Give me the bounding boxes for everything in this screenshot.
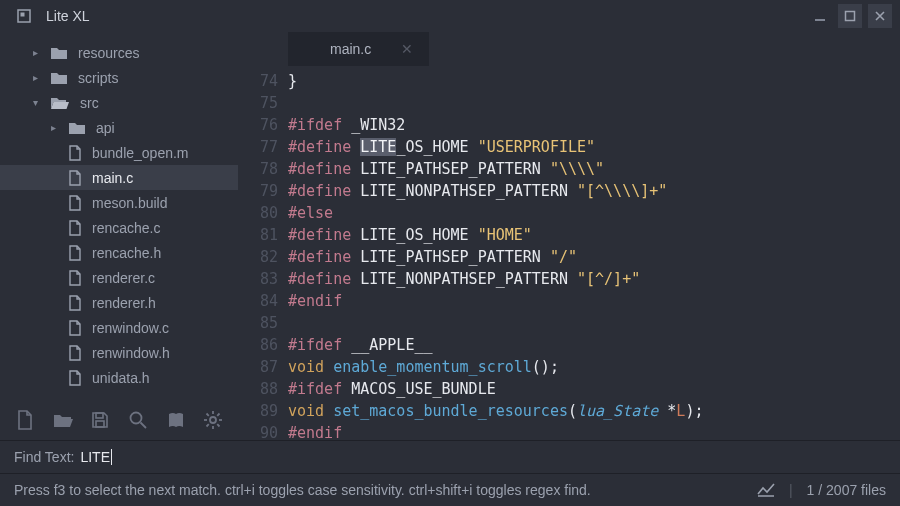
tree-item-label: rencache.c	[92, 220, 160, 236]
code-line: #define LITE_NONPATHSEP_PATTERN "[^/]+"	[288, 268, 900, 290]
line-number: 77	[238, 136, 278, 158]
tree-item-label: src	[80, 95, 99, 111]
line-number: 88	[238, 378, 278, 400]
tree-item-meson-build[interactable]: meson.build	[0, 190, 238, 215]
title-bar: Lite XL	[0, 0, 900, 32]
code-line: #endif	[288, 290, 900, 312]
new-file-icon[interactable]	[14, 409, 36, 431]
tree-item-label: unidata.h	[92, 370, 150, 386]
line-number: 86	[238, 334, 278, 356]
tree-item-label: api	[96, 120, 115, 136]
tree-item-bundle-open-m[interactable]: bundle_open.m	[0, 140, 238, 165]
chevron-icon: ▸	[30, 72, 40, 83]
find-input[interactable]: LITE	[80, 449, 112, 465]
tree-item-label: renderer.h	[92, 295, 156, 311]
find-label: Find Text:	[14, 449, 74, 465]
code-content[interactable]: } #ifdef _WIN32#define LITE_OS_HOME "USE…	[288, 66, 900, 440]
svg-rect-5	[96, 421, 104, 427]
file-icon	[68, 270, 82, 286]
window-title: Lite XL	[46, 8, 90, 24]
code-line: #define LITE_PATHSEP_PATTERN "/"	[288, 246, 900, 268]
file-icon	[68, 170, 82, 186]
find-bar: Find Text: LITE	[0, 440, 900, 473]
file-icon	[68, 145, 82, 161]
line-number: 79	[238, 180, 278, 202]
tree-item-label: meson.build	[92, 195, 168, 211]
code-line: #define LITE_NONPATHSEP_PATTERN "[^\\\\]…	[288, 180, 900, 202]
file-icon	[68, 370, 82, 386]
tree-item-rencache-h[interactable]: rencache.h	[0, 240, 238, 265]
editor-tab-main-c[interactable]: main.c ✕	[288, 32, 429, 66]
editor-tabs: main.c ✕	[238, 32, 900, 66]
line-number: 75	[238, 92, 278, 114]
code-line: #ifdef __APPLE__	[288, 334, 900, 356]
tree-item-label: bundle_open.m	[92, 145, 189, 161]
file-icon	[68, 345, 82, 361]
folder-icon	[50, 96, 70, 110]
svg-rect-2	[815, 19, 825, 21]
line-number-gutter: 7475767778798081828384858687888990	[238, 66, 288, 440]
chart-icon[interactable]	[757, 483, 775, 497]
svg-point-7	[210, 417, 216, 423]
tree-item-renderer-h[interactable]: renderer.h	[0, 290, 238, 315]
tree-item-label: renwindow.h	[92, 345, 170, 361]
svg-rect-1	[21, 13, 25, 17]
svg-point-6	[130, 413, 141, 424]
line-number: 80	[238, 202, 278, 224]
tree-item-api[interactable]: ▸api	[0, 115, 238, 140]
tree-item-label: main.c	[92, 170, 133, 186]
tree-item-renderer-c[interactable]: renderer.c	[0, 265, 238, 290]
line-number: 87	[238, 356, 278, 378]
sidebar-toolbar	[0, 400, 238, 440]
status-file-count: 1 / 2007 files	[807, 482, 886, 498]
app-logo-icon	[16, 8, 32, 24]
code-line: #ifdef MACOS_USE_BUNDLE	[288, 378, 900, 400]
code-line: void set_macos_bundle_resources(lua_Stat…	[288, 400, 900, 422]
tree-item-label: resources	[78, 45, 139, 61]
tree-item-src[interactable]: ▾src	[0, 90, 238, 115]
line-number: 74	[238, 70, 278, 92]
file-icon	[68, 295, 82, 311]
file-icon	[68, 195, 82, 211]
window-maximize-button[interactable]	[838, 4, 862, 28]
code-line: #ifdef _WIN32	[288, 114, 900, 136]
tree-item-unidata-h[interactable]: unidata.h	[0, 365, 238, 390]
settings-gear-icon[interactable]	[202, 409, 224, 431]
window-minimize-button[interactable]	[808, 4, 832, 28]
tree-item-label: rencache.h	[92, 245, 161, 261]
line-number: 81	[238, 224, 278, 246]
save-icon[interactable]	[90, 409, 112, 431]
code-line: #define LITE_OS_HOME "USERPROFILE"	[288, 136, 900, 158]
window-close-button[interactable]	[868, 4, 892, 28]
code-line	[288, 312, 900, 334]
line-number: 84	[238, 290, 278, 312]
status-bar: Press f3 to select the next match. ctrl+…	[0, 473, 900, 506]
status-separator: |	[789, 482, 793, 498]
code-editor[interactable]: 7475767778798081828384858687888990 } #if…	[238, 66, 900, 440]
file-tree-sidebar: ▸resources▸scripts▾src▸apibundle_open.mm…	[0, 32, 238, 440]
chevron-icon: ▸	[30, 47, 40, 58]
code-line: #else	[288, 202, 900, 224]
tree-item-renwindow-h[interactable]: renwindow.h	[0, 340, 238, 365]
tree-item-label: scripts	[78, 70, 118, 86]
tree-item-renwindow-c[interactable]: renwindow.c	[0, 315, 238, 340]
folder-icon	[68, 121, 86, 135]
line-number: 89	[238, 400, 278, 422]
line-number: 85	[238, 312, 278, 334]
line-number: 90	[238, 422, 278, 440]
file-icon	[68, 245, 82, 261]
open-folder-icon[interactable]	[52, 409, 74, 431]
line-number: 82	[238, 246, 278, 268]
search-icon[interactable]	[127, 409, 149, 431]
tree-item-main-c[interactable]: main.c	[0, 165, 238, 190]
tab-close-icon[interactable]: ✕	[401, 41, 413, 57]
book-icon[interactable]	[165, 409, 187, 431]
tree-item-rencache-c[interactable]: rencache.c	[0, 215, 238, 240]
tree-item-resources[interactable]: ▸resources	[0, 40, 238, 65]
tree-item-label: renderer.c	[92, 270, 155, 286]
line-number: 76	[238, 114, 278, 136]
tab-label: main.c	[330, 41, 371, 57]
code-line: #define LITE_OS_HOME "HOME"	[288, 224, 900, 246]
tree-item-scripts[interactable]: ▸scripts	[0, 65, 238, 90]
svg-rect-4	[96, 413, 103, 418]
